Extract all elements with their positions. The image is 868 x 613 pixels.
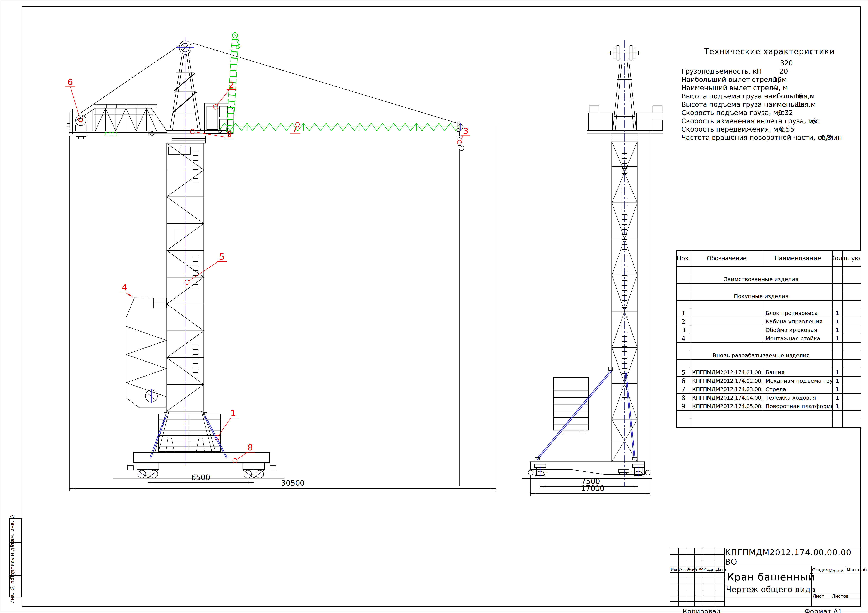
- callout-1: 1: [215, 408, 238, 440]
- table-row: [677, 300, 861, 309]
- dim-overall-main: 30500: [281, 479, 305, 488]
- tie-ropes: [80, 43, 458, 124]
- svg-text:1: 1: [231, 408, 236, 418]
- tech-specs-block: Технические характеристики 320 Грузоподъ…: [681, 47, 858, 142]
- side-dimension-texts: 7500 17000: [581, 477, 604, 493]
- format-label: Формат А1: [804, 608, 842, 613]
- table-row-section: Заимствованные изделия: [677, 275, 861, 283]
- spec-row: Грузоподъемность, кН20: [681, 67, 858, 76]
- table-row-section: Вновь разрабатываемые изделия: [677, 351, 861, 360]
- spec-value: 0,55: [780, 125, 794, 133]
- spec-value: 16: [808, 117, 816, 125]
- table-row-item: 1Блок противовеса1: [677, 309, 861, 317]
- spec-row: Наибольший вылет стрелы, м16: [681, 76, 858, 84]
- svg-text:9: 9: [227, 129, 232, 139]
- drawing-name-cell: Кран башенный Чертеж общего вида: [724, 566, 811, 607]
- stand-pulley-crosshair-icon: [144, 389, 159, 404]
- tb-mass: Масса: [828, 568, 844, 573]
- tb-sheet: Лист: [812, 594, 824, 599]
- spec-value: 0,32: [778, 109, 793, 116]
- svg-text:4: 4: [122, 282, 127, 292]
- counterweight-stack: [553, 378, 589, 434]
- spec-row: Скорость подъема груза, м/с0,32: [681, 109, 858, 117]
- svg-text:2: 2: [229, 80, 234, 90]
- title-block: Изм. Кол.уч. Лист N док. Подп. Дата КПГП…: [670, 548, 862, 607]
- head-platforms: [587, 106, 663, 142]
- svg-text:5: 5: [219, 252, 225, 262]
- table-row: [677, 267, 861, 275]
- table-row-item: 6КПГПМДМ2012.174.02.00.00Механизм подъем…: [677, 377, 861, 385]
- undercarriage-side: [522, 462, 652, 478]
- main-view: 6500 30500 6 2 9: [65, 33, 496, 491]
- copied-label: Копировал: [683, 608, 721, 613]
- spec-row: Скорость изменения вылета груза, м/с16: [681, 117, 858, 125]
- callout-4: 4: [119, 282, 132, 297]
- drawing-sheet: Взам. инв. № Подпись и дата Инв. № подл.: [0, 0, 868, 613]
- table-row: [677, 410, 861, 419]
- table-row: [677, 360, 861, 368]
- spec-value: 4: [773, 84, 777, 92]
- montage-stand: [126, 298, 166, 408]
- table-row: [677, 343, 861, 351]
- dim-overall-side: 17000: [581, 484, 604, 493]
- svg-text:3: 3: [463, 126, 468, 136]
- table-row: [677, 419, 861, 427]
- tower: [167, 143, 204, 411]
- tb-sheets: Листов: [832, 594, 849, 599]
- parts-table: Поз. Обозначение Наименование Кол. Доп. …: [676, 250, 862, 428]
- tb-col-podp: Подп.: [704, 567, 716, 572]
- product-name: Кран башенный: [727, 571, 815, 583]
- spec-row: Скорость передвижения, м/с0,55: [681, 125, 858, 134]
- doc-type: Чертеж общего вида: [726, 585, 815, 594]
- callouts: 6 2 9 5: [65, 77, 470, 463]
- spec-row: Частота вращения поворотной части, об/ми…: [681, 134, 858, 142]
- counterjib-railing: [96, 104, 156, 108]
- svg-text:7: 7: [292, 124, 298, 134]
- svg-text:8: 8: [248, 443, 253, 452]
- table-row-item: 7КПГПМДМ2012.174.03.00.00Стрела1: [677, 385, 861, 394]
- tb-stage: Стадия: [812, 568, 828, 573]
- table-row-item: 2Кабина управления1: [677, 317, 861, 326]
- spec-row: Высота подъема груза наименьшая,м25: [681, 101, 858, 109]
- spec-value: 16: [794, 92, 803, 100]
- slewing-platform: [148, 130, 229, 143]
- spec-value: 16: [773, 76, 781, 84]
- jib: [217, 122, 464, 132]
- main-dimensions: [69, 125, 496, 491]
- side-view: 7500 17000: [522, 40, 663, 496]
- tech-specs-title: Технические характеристики: [681, 47, 858, 56]
- table-row-item: 5КПГПМДМ2012.174.01.00.00Башня1: [677, 368, 861, 377]
- spec-value: 20: [780, 67, 788, 75]
- counterjib: [67, 104, 167, 139]
- callout-2: 2: [213, 80, 236, 109]
- table-row-item: 4Монтажная стойка1: [677, 334, 861, 343]
- svg-text:6: 6: [68, 77, 73, 87]
- callout-3: 3: [457, 126, 470, 144]
- doc-number: КПГПМДМ2012.174.00.00.00 ВО: [724, 548, 862, 566]
- tb-scale: Масштаб: [847, 568, 867, 573]
- parts-header-row: Поз. Обозначение Наименование Кол. Доп. …: [677, 251, 861, 267]
- table-row-section: Покупные изделия: [677, 292, 861, 300]
- table-row-item: 3Обойма крюковая1: [677, 326, 861, 334]
- hook-block: [457, 132, 464, 486]
- spec-value: 25: [794, 101, 803, 108]
- table-row-item: 9КПГПМДМ2012.174.05.00.00Поворотная плат…: [677, 402, 861, 410]
- spec-row: Высота подъема груза наибольшая,м16: [681, 92, 858, 101]
- callout-7: 7: [290, 122, 300, 134]
- main-dimension-texts: 6500 30500: [191, 473, 305, 488]
- spec-row: 320: [681, 59, 858, 67]
- table-row: [677, 283, 861, 292]
- side-wheel-crosshairs-icon: [532, 466, 647, 477]
- spec-row: Наименьший вылет стрелы, м4: [681, 84, 858, 92]
- table-row-item: 8КПГПМДМ2012.174.04.00.00Тележка ходовая…: [677, 394, 861, 402]
- spec-value: 320: [780, 59, 793, 67]
- spec-value: 0,8: [821, 134, 831, 141]
- callout-8: 8: [233, 443, 255, 463]
- dim-track-main: 6500: [191, 473, 210, 482]
